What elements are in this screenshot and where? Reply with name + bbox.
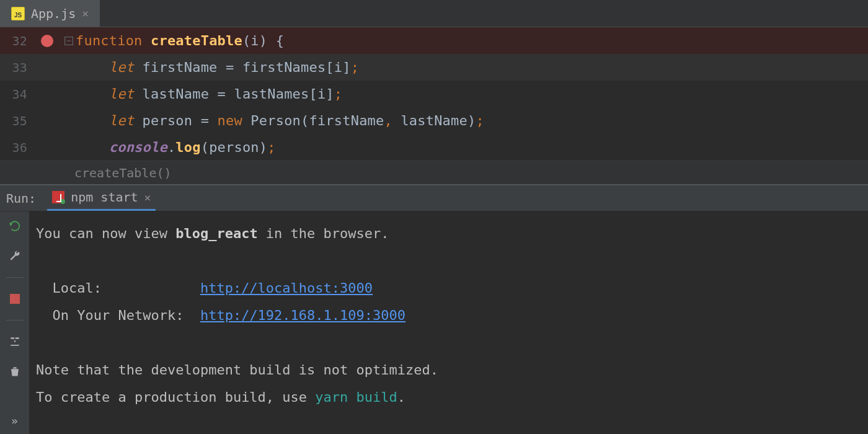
run-console-output[interactable]: You can now view blog_react in the brows… (30, 211, 868, 434)
editor-tab-row: App.js × (0, 0, 868, 27)
line-number: 36 (0, 140, 31, 155)
code-editor[interactable]: 32 function createTable(i) { 33 let firs… (0, 27, 868, 161)
settings-button[interactable] (6, 247, 24, 265)
local-url-link[interactable]: http://localhost:3000 (200, 280, 373, 296)
breadcrumb-item: createTable() (74, 166, 172, 180)
stop-button[interactable] (6, 290, 24, 308)
run-panel-header: Run: npm start × (0, 184, 868, 211)
layout-icon (9, 335, 21, 348)
code-line-36[interactable]: 36 console.log(person); (0, 134, 868, 161)
rerun-icon (8, 219, 22, 233)
code-line-32[interactable]: 32 function createTable(i) { (0, 27, 868, 54)
delete-button[interactable] (6, 363, 24, 380)
fold-minus-icon (64, 37, 73, 45)
code-text: let firstName = firstNames[i]; (74, 60, 868, 75)
download-button[interactable] (6, 333, 24, 350)
code-line-34[interactable]: 34 let lastName = lastNames[i]; (0, 81, 868, 107)
breadcrumb[interactable]: createTable() (0, 161, 868, 184)
editor-tab-filler (100, 0, 868, 27)
breakpoint-icon (41, 35, 53, 47)
toolbar-separator (6, 320, 24, 321)
line-number: 32 (0, 33, 31, 48)
code-text: function createTable(i) { (74, 33, 868, 48)
close-icon[interactable]: × (144, 191, 151, 204)
breakpoint-gutter[interactable] (31, 35, 63, 47)
network-url-link[interactable]: http://192.168.1.109:3000 (200, 308, 405, 323)
expand-button[interactable]: » (6, 412, 24, 429)
js-file-icon (11, 7, 25, 20)
code-text: let lastName = lastNames[i]; (74, 86, 868, 102)
fold-gutter[interactable] (63, 37, 74, 45)
run-tab-npm-start[interactable]: npm start × (47, 185, 156, 211)
close-icon[interactable]: × (82, 7, 89, 20)
stop-icon (10, 294, 20, 304)
toolbar-separator (6, 277, 24, 278)
npm-icon (52, 191, 64, 203)
run-toolbar: » (0, 211, 30, 434)
trash-icon (9, 365, 20, 378)
run-panel-label: Run: (6, 191, 38, 206)
code-line-35[interactable]: 35 let person = new Person(firstName, la… (0, 107, 868, 134)
rerun-button[interactable] (6, 218, 24, 235)
editor-tab-app-js[interactable]: App.js × (0, 0, 100, 27)
run-panel-body: » You can now view blog_react in the bro… (0, 211, 868, 434)
code-text: let person = new Person(firstName, lastN… (74, 113, 868, 128)
line-number: 35 (0, 113, 31, 128)
run-tab-label: npm start (71, 190, 138, 205)
line-number: 33 (0, 60, 31, 75)
code-text: console.log(person); (74, 140, 868, 155)
chevron-right-icon: » (11, 414, 18, 427)
wrench-icon (9, 250, 21, 262)
editor-tab-label: App.js (31, 6, 76, 21)
line-number: 34 (0, 87, 31, 102)
code-line-33[interactable]: 33 let firstName = firstNames[i]; (0, 54, 868, 81)
